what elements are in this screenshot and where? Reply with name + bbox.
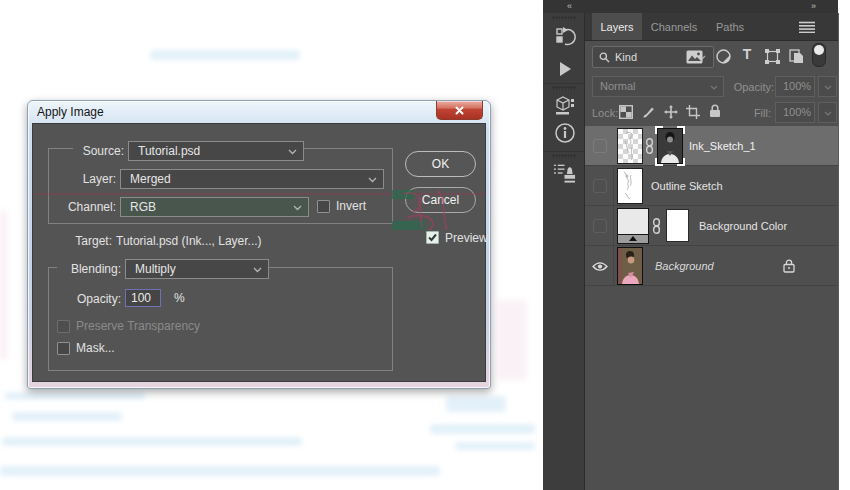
panel-opacity-chevron[interactable]	[818, 76, 837, 97]
tab-channels[interactable]: Channels	[642, 13, 706, 40]
chevron-down-icon	[253, 267, 262, 273]
close-button[interactable]	[436, 101, 483, 120]
preview-checkbox[interactable]	[426, 231, 439, 244]
fill-label: Fill:	[754, 107, 771, 119]
history-panel-icon[interactable]	[553, 25, 576, 48]
ok-button[interactable]: OK	[405, 151, 476, 177]
collapse-right-dock-button[interactable]: »	[811, 1, 815, 12]
layer-row-ink-sketch-1[interactable]: Ink_Sketch_1	[585, 126, 838, 166]
invert-checkbox[interactable]	[317, 200, 330, 213]
layer-row-outline-sketch[interactable]: Outline Sketch	[585, 166, 838, 206]
kind-filter-label: Kind	[615, 51, 637, 63]
opacity-unit: %	[174, 291, 185, 305]
opacity-input[interactable]	[125, 289, 161, 307]
filter-row: Kind T	[585, 40, 838, 73]
fill-layer-thumbnail[interactable]	[617, 208, 649, 244]
lock-all-icon[interactable]	[707, 103, 723, 119]
layer-thumbnail[interactable]	[617, 247, 643, 285]
visibility-toggle[interactable]	[593, 219, 607, 233]
adjustment-layer-filter-icon[interactable]	[714, 47, 732, 65]
blending-dropdown[interactable]: Multiply	[125, 259, 269, 279]
link-icon	[645, 138, 654, 154]
panel-opacity-value-text: 100%	[783, 80, 811, 92]
layer-thumbnail[interactable]	[617, 128, 643, 164]
apply-image-dialog: Apply Image Source: Tutorial.psd Layer: …	[27, 100, 491, 389]
fill-chevron[interactable]	[818, 102, 837, 123]
layer-mask-thumbnail[interactable]	[657, 128, 683, 164]
panel-menu-icon[interactable]	[798, 18, 816, 36]
3d-panel-icon[interactable]	[553, 93, 576, 116]
strip-divider	[543, 151, 585, 152]
drag-handle[interactable]	[552, 16, 576, 20]
filter-toggle-switch[interactable]	[812, 43, 826, 67]
layer-thumbnail[interactable]	[617, 168, 643, 204]
source-dropdown[interactable]: Tutorial.psd	[128, 141, 304, 161]
lock-artboard-icon[interactable]	[685, 104, 701, 120]
layer-row-background-color[interactable]: Background Color	[585, 206, 838, 246]
channel-value: RGB	[130, 200, 156, 214]
lock-icon	[783, 259, 795, 273]
mask-label: Mask...	[76, 341, 115, 355]
layer-value: Merged	[130, 172, 171, 186]
blend-mode-row: Normal Opacity: 100%	[585, 73, 838, 100]
check-icon	[427, 232, 438, 243]
layer-name: Background Color	[699, 206, 787, 246]
preserve-transparency-label: Preserve Transparency	[76, 319, 200, 333]
layer-comps-panel-icon[interactable]	[553, 161, 576, 184]
blending-value: Multiply	[135, 262, 176, 276]
cancel-button[interactable]: Cancel	[405, 187, 476, 213]
mask-checkbox[interactable]	[57, 342, 70, 355]
chevron-down-icon	[293, 205, 302, 211]
channel-dropdown[interactable]: RGB	[120, 197, 309, 217]
fill-value-text: 100%	[783, 106, 811, 118]
search-icon	[599, 52, 610, 63]
drag-handle[interactable]	[552, 154, 576, 158]
info-panel-icon[interactable]	[553, 121, 576, 144]
target-value: Tutorial.psd (Ink..., Layer...)	[116, 234, 262, 248]
collapse-left-dock-button[interactable]: «	[567, 1, 571, 12]
ok-label: OK	[432, 157, 449, 171]
source-value: Tutorial.psd	[138, 144, 200, 158]
opacity-label: Opacity:	[63, 290, 127, 309]
actions-panel-icon[interactable]	[553, 57, 576, 80]
dialog-title: Apply Image	[37, 105, 104, 119]
lock-position-icon[interactable]	[663, 104, 679, 120]
type-layer-filter-icon[interactable]: T	[738, 45, 756, 63]
smart-object-filter-icon[interactable]	[787, 47, 805, 65]
layer-name: Outline Sketch	[651, 166, 723, 206]
lock-pixels-brush-icon[interactable]	[641, 104, 657, 120]
blend-mode-dropdown[interactable]: Normal	[592, 76, 724, 97]
layer-name: Ink_Sketch_1	[689, 126, 756, 166]
chevron-down-icon	[710, 85, 718, 90]
tab-layers[interactable]: Layers	[592, 13, 642, 40]
layer-mask-thumbnail[interactable]	[666, 209, 689, 242]
fill-slider-marker	[629, 236, 637, 241]
target-label: Target:	[63, 232, 118, 251]
layer-dropdown[interactable]: Merged	[120, 169, 384, 189]
tab-layers-label: Layers	[600, 21, 633, 33]
panel-opacity-value[interactable]: 100%	[775, 76, 815, 97]
visibility-toggle[interactable]	[593, 139, 607, 153]
tab-paths[interactable]: Paths	[706, 13, 754, 40]
tab-paths-label: Paths	[716, 21, 744, 33]
close-icon	[455, 106, 464, 115]
pixel-layer-filter-icon[interactable]	[685, 48, 703, 66]
panel-tabs-bar: Layers Channels Paths	[585, 13, 838, 41]
eye-icon[interactable]	[592, 261, 608, 272]
lock-transparency-icon[interactable]	[618, 104, 634, 120]
shape-layer-filter-icon[interactable]	[763, 47, 781, 65]
lock-label: Lock:	[592, 107, 618, 119]
preserve-transparency-checkbox	[57, 320, 70, 333]
fill-value[interactable]: 100%	[775, 102, 815, 123]
blend-mode-value: Normal	[600, 80, 635, 92]
preview-label: Preview	[445, 231, 488, 245]
layers-panel: Layers Channels Paths Kind	[585, 13, 839, 490]
layer-name: Background	[655, 246, 714, 286]
tab-channels-label: Channels	[651, 21, 697, 33]
visibility-toggle[interactable]	[593, 179, 607, 193]
drag-handle[interactable]	[552, 86, 576, 90]
link-icon	[652, 218, 661, 234]
toggle-knob	[814, 45, 824, 55]
layer-row-background[interactable]: Background	[585, 246, 838, 286]
panel-icon-strip	[543, 13, 585, 490]
